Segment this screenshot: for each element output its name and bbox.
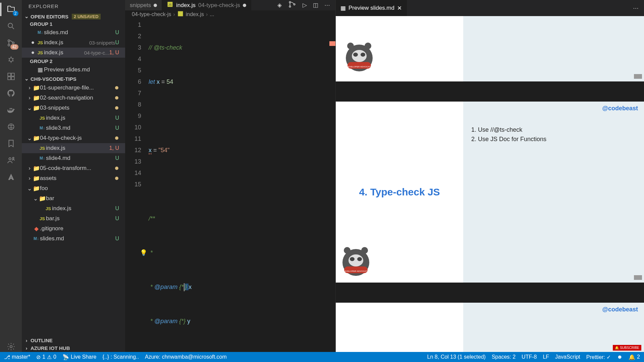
twitter-handle: @codebeast	[602, 306, 638, 313]
sidebar: EXPLORER ⌄ OPEN EDITORS 2 UNSAVED GROUP …	[22, 0, 125, 352]
open-editor-item[interactable]: ▦Preview slides.md	[22, 65, 125, 75]
run-icon[interactable]: ▷	[303, 2, 307, 9]
folder-item[interactable]: ›📁05-code-transform...	[22, 163, 125, 173]
folder-item[interactable]: ⌄📁foo	[22, 183, 125, 193]
open-editor-item[interactable]: ●JSindex.js04-type-c...1, U	[22, 48, 125, 58]
extensions-icon[interactable]	[6, 71, 16, 82]
explorer-icon[interactable]: 2	[6, 4, 16, 15]
file-item[interactable]: M↓slide3.mdU	[22, 123, 125, 133]
open-editor-item[interactable]: ●JSindex.js03-snippetsU	[22, 38, 125, 48]
svg-point-16	[289, 6, 290, 7]
file-tree: ›📁01-supercharge-file...›📁02-search-navi…	[22, 83, 125, 244]
preview-icon: ▦	[340, 5, 346, 12]
tab-index-js[interactable]: JS index.js 04-type-check-js	[162, 0, 251, 10]
azure-icon[interactable]	[6, 121, 16, 132]
svg-point-2	[8, 44, 9, 46]
minimap[interactable]	[329, 18, 335, 352]
dirty-dot-icon	[154, 4, 157, 7]
docker-icon[interactable]	[6, 105, 16, 115]
file-item[interactable]: M↓slides.mdU	[22, 234, 125, 244]
sidebar-title: EXPLORER	[22, 0, 125, 12]
tab-preview[interactable]: ▦ Preview slides.md ✕	[336, 0, 407, 16]
error-squiggle[interactable]: x	[149, 147, 152, 154]
editor-area: snippets JS index.js 04-type-check-js ◈ …	[125, 0, 335, 352]
close-icon[interactable]: ✕	[397, 5, 402, 12]
svg-rect-7	[8, 77, 11, 80]
search-icon[interactable]	[6, 21, 16, 32]
file-item[interactable]: JSbar.jsU	[22, 214, 125, 224]
svg-point-4	[9, 58, 13, 62]
code-content[interactable]: // @ts-check let x = 54 x = "54" /** 💡 *…	[149, 18, 329, 352]
open-editors-header[interactable]: ⌄ OPEN EDITORS 2 UNSAVED	[22, 12, 125, 20]
error-marker[interactable]	[329, 41, 335, 46]
git-branch[interactable]: ⎇ master*	[4, 354, 30, 360]
file-item[interactable]: JSindex.jsU	[22, 203, 125, 214]
folder-item[interactable]: ›📁01-supercharge-file...	[22, 83, 125, 93]
azure-a-icon[interactable]	[6, 172, 16, 182]
notifications[interactable]: 🔔 2	[629, 354, 640, 360]
js-file-icon: JS	[167, 1, 173, 9]
file-item[interactable]: M↓slide4.mdU	[22, 153, 125, 163]
explorer-badge: 2	[13, 11, 18, 16]
split-icon[interactable]: ◫	[313, 2, 318, 9]
svg-point-3	[12, 42, 14, 44]
problems[interactable]: ⊘ 1 ⚠ 0	[36, 354, 56, 360]
preview-content[interactable]: 4. Type-check JS @codebeast Use //@ts-ch…	[336, 16, 644, 352]
azure-iot-header[interactable]: ›AZURE IOT HUB	[22, 344, 125, 352]
open-editor-item[interactable]: M↓slides.mdU	[22, 27, 125, 38]
live-share[interactable]: 📡 Live Share	[62, 354, 97, 360]
editor-tabs: snippets JS index.js 04-type-check-js ◈ …	[125, 0, 335, 10]
logo-watermark	[634, 275, 642, 280]
svg-point-0	[8, 23, 12, 27]
folder-item[interactable]: ⌄📁04-type-check-js	[22, 133, 125, 143]
breadcrumb[interactable]: 04-type-check-js› index.js› ...	[125, 10, 335, 18]
tab-snippets[interactable]: snippets	[125, 0, 162, 10]
prettier[interactable]: Prettier: ✓	[586, 354, 611, 360]
scanning[interactable]: {..} : Scanning..	[102, 354, 139, 360]
subscribe-button[interactable]: 🔔 SUBSCRIBE	[613, 345, 641, 351]
git-icon[interactable]	[288, 0, 297, 10]
eol[interactable]: LF	[543, 354, 549, 360]
github-icon[interactable]	[6, 88, 16, 99]
code-editor[interactable]: 123456789101112131415 // @ts-check let x…	[125, 18, 335, 352]
source-control-icon[interactable]: 42	[6, 38, 16, 48]
file-item[interactable]: JSindex.jsU	[22, 113, 125, 123]
bookmark-icon[interactable]	[6, 138, 16, 149]
svg-rect-5	[8, 73, 11, 76]
workspace-header[interactable]: ⌄ CH9-VSCODE-TIPS	[22, 75, 125, 83]
indentation[interactable]: Spaces: 2	[492, 354, 516, 360]
svg-rect-6	[11, 73, 14, 76]
feedback-icon[interactable]: ☻	[617, 354, 623, 360]
debug-icon[interactable]	[6, 54, 16, 65]
azure-account[interactable]: Azure: chnwamba@microsoft.com	[145, 354, 227, 360]
file-item[interactable]: JSindex.js1, U	[22, 143, 125, 153]
svg-point-17	[293, 4, 295, 5]
more-icon[interactable]: ⋯	[324, 2, 330, 9]
liveshare-icon[interactable]	[6, 155, 16, 166]
svg-point-1	[8, 40, 9, 42]
logo-watermark	[634, 74, 642, 79]
dirty-dot-icon	[243, 4, 246, 7]
svg-point-10	[9, 158, 11, 160]
svg-point-12	[10, 346, 12, 348]
folder-item[interactable]: ›📁02-search-navigation	[22, 93, 125, 103]
lightbulb-icon[interactable]: 💡	[140, 247, 147, 258]
raccoon-mascot	[342, 249, 369, 276]
outline-header[interactable]: ›OUTLINE	[22, 337, 125, 344]
file-item[interactable]: ◆.gitignore	[22, 224, 125, 234]
compare-icon[interactable]: ◈	[277, 2, 282, 9]
group-1-label: GROUP 1	[22, 20, 125, 27]
folder-item[interactable]: ⌄📁03-snippets	[22, 103, 125, 113]
folder-item[interactable]: ›📁assets	[22, 173, 125, 183]
group-2-label: GROUP 2	[22, 58, 125, 65]
slide-list: Use //@ts-check Use JS Doc for Functions	[471, 125, 636, 144]
more-icon[interactable]: ⋯	[633, 5, 639, 12]
slide-title: 4. Type-check JS	[359, 186, 440, 198]
settings-icon[interactable]	[6, 341, 16, 352]
language-mode[interactable]: JavaScript	[555, 354, 580, 360]
cursor-position[interactable]: Ln 8, Col 13 (1 selected)	[427, 354, 486, 360]
line-numbers: 123456789101112131415	[125, 18, 149, 352]
activity-bar: 2 42	[0, 0, 22, 352]
folder-item[interactable]: ⌄📁bar	[22, 193, 125, 203]
encoding[interactable]: UTF-8	[522, 354, 537, 360]
